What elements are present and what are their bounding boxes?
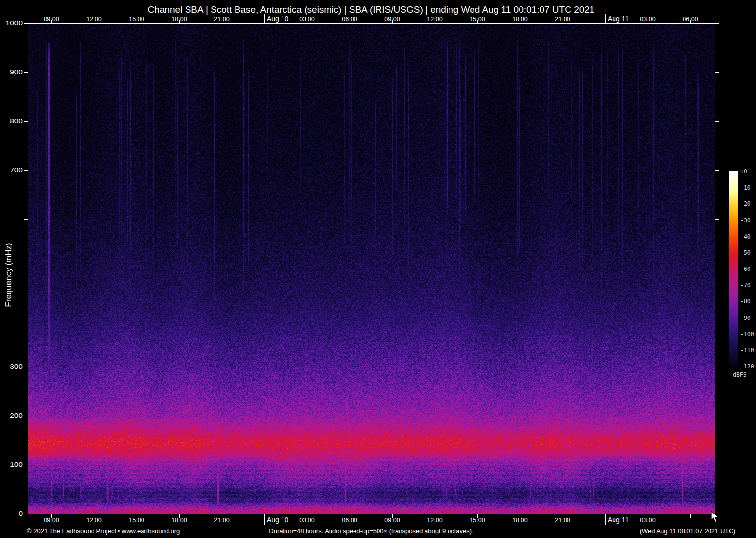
x-tick-label-bottom: Aug 10 xyxy=(267,516,288,524)
y-tick-label: 800 xyxy=(0,117,23,125)
y-tick-label: 900 xyxy=(0,68,23,76)
x-tick-label-bottom: 21:00 xyxy=(214,517,229,524)
x-tick-label-top: Aug 11 xyxy=(608,15,629,23)
y-tick-right xyxy=(715,318,719,318)
y-tick-label: 700 xyxy=(0,166,23,174)
colorbar-tick-label: -70 xyxy=(740,282,751,289)
x-tick-label-bottom: 09:00 xyxy=(384,517,400,524)
x-tick-label-bottom: 15:00 xyxy=(129,517,144,524)
x-tick-label-top: 18:00 xyxy=(171,16,187,23)
x-tick-label-top: 15:00 xyxy=(470,16,485,23)
x-tick-label-bottom: 03:00 xyxy=(640,517,655,524)
x-tick-label-bottom: 09:00 xyxy=(44,517,59,524)
spectrogram-canvas xyxy=(28,24,715,514)
x-tick-label-top: 09:00 xyxy=(384,16,400,23)
y-tick-label: 300 xyxy=(0,362,23,371)
colorbar-tick-label: -80 xyxy=(740,298,751,305)
x-tick-label-top: 09:00 xyxy=(44,16,59,23)
y-tick-right xyxy=(715,465,719,465)
y-tick-left xyxy=(24,416,28,416)
colorbar-tick-label: -20 xyxy=(740,200,751,207)
x-tick-label-top: 21:00 xyxy=(555,16,570,23)
x-tick-label-bottom: 15:00 xyxy=(470,517,485,524)
y-tick-left xyxy=(24,269,28,269)
y-axis-title: Frequency (mHz) xyxy=(4,206,14,343)
x-tick-label-bottom: 12:00 xyxy=(427,517,442,524)
y-tick-label: 100 xyxy=(0,460,23,469)
footer-duration-note: Duration=48 hours. Audio speed-up=500× (… xyxy=(28,527,714,535)
colorbar-tick-label: -60 xyxy=(740,266,751,272)
footer-render-timestamp: (Wed Aug 11 08:01:07 2021 UTC) xyxy=(640,527,735,535)
colorbar-unit-label: dBFS xyxy=(733,371,747,378)
colorbar-tick-label: -50 xyxy=(740,249,751,256)
x-tick-label-top: Aug 10 xyxy=(267,15,288,23)
y-tick-left xyxy=(24,219,28,220)
y-tick-right xyxy=(715,72,719,73)
y-tick-right xyxy=(715,170,719,171)
x-tick-label-bottom: 03:00 xyxy=(299,517,314,524)
mouse-cursor-icon xyxy=(710,511,719,523)
x-tick-label-bottom: 21:00 xyxy=(555,517,570,524)
plot-area xyxy=(28,23,715,514)
x-tick-label-top: 12:00 xyxy=(427,16,442,23)
y-tick-left xyxy=(24,367,28,367)
x-tick-bottom xyxy=(605,514,606,525)
colorbar-tick-label: +0 xyxy=(740,168,747,175)
y-tick-left xyxy=(24,23,28,24)
page-title: Channel SBA | Scott Base, Antarctica (se… xyxy=(28,4,714,15)
spectrogram-page: Channel SBA | Scott Base, Antarctica (se… xyxy=(0,0,756,538)
y-tick-left xyxy=(24,170,28,171)
x-tick-label-top: 03:00 xyxy=(640,16,655,23)
x-tick-label-top: 15:00 xyxy=(129,16,144,23)
colorbar-tick-label: -30 xyxy=(740,217,751,224)
x-tick-label-bottom: Aug 11 xyxy=(608,516,629,524)
x-tick-bottom xyxy=(690,514,691,518)
y-tick-label: 200 xyxy=(0,411,23,420)
y-tick-right xyxy=(715,23,719,24)
x-tick-top xyxy=(264,14,265,23)
colorbar-tick-label: -100 xyxy=(740,331,754,338)
colorbar-tick-label: -90 xyxy=(740,315,751,321)
y-tick-left xyxy=(24,465,28,465)
x-tick-label-top: 18:00 xyxy=(512,16,527,23)
y-tick-left xyxy=(24,514,28,514)
x-tick-label-top: 06:00 xyxy=(683,16,698,23)
y-tick-right xyxy=(715,121,719,122)
y-tick-right xyxy=(715,367,719,367)
y-tick-right xyxy=(715,219,719,220)
y-tick-label: 1000 xyxy=(0,19,23,27)
colorbar-tick-label: -10 xyxy=(740,184,751,191)
y-tick-label: 0 xyxy=(0,509,23,518)
y-tick-left xyxy=(24,121,28,122)
x-tick-label-bottom: 12:00 xyxy=(86,517,101,524)
x-tick-label-top: 03:00 xyxy=(299,16,314,23)
x-tick-label-top: 06:00 xyxy=(342,16,357,23)
y-tick-right xyxy=(715,269,719,269)
colorbar-tick-label: -40 xyxy=(740,233,751,240)
colorbar-gradient xyxy=(729,171,738,367)
x-tick-label-bottom: 18:00 xyxy=(171,517,187,524)
y-tick-left xyxy=(24,318,28,318)
colorbar-tick-label: -110 xyxy=(740,347,754,354)
colorbar-tick-label: -120 xyxy=(740,363,754,370)
x-tick-label-top: 12:00 xyxy=(86,16,101,23)
y-tick-right xyxy=(715,416,719,416)
x-tick-label-bottom: 18:00 xyxy=(512,517,527,524)
x-tick-label-top: 21:00 xyxy=(214,16,229,23)
y-tick-left xyxy=(24,72,28,73)
x-tick-top xyxy=(605,14,606,23)
x-tick-bottom xyxy=(264,514,265,525)
x-tick-label-bottom: 06:00 xyxy=(342,517,357,524)
